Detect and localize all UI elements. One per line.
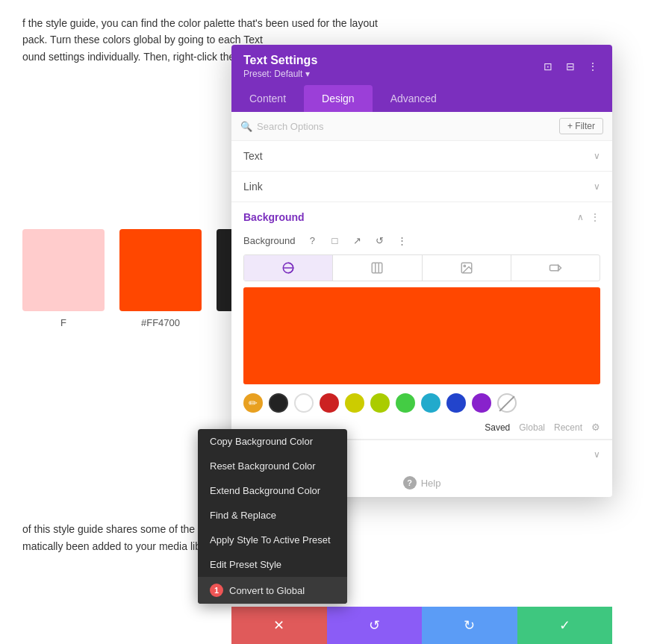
background-section-title: Background [243,211,305,223]
svg-point-5 [464,265,465,266]
link-section-title: Link [243,181,263,193]
svg-rect-6 [549,265,558,271]
context-menu-item-extend[interactable]: Extend Background Color [198,478,347,503]
text-section-header[interactable]: Text ∨ [231,141,612,171]
collapse-icon[interactable]: ∧ [577,212,584,222]
bg-type-color[interactable] [244,255,333,281]
saved-tab-recent[interactable]: Recent [554,422,582,433]
fullscreen-icon[interactable]: ⊡ [541,59,555,74]
swatch-color [119,229,202,311]
background-section-header[interactable]: Background ∧ ⋮ [231,202,612,232]
context-item-label: Extend Background Color [210,485,320,496]
tab-design[interactable]: Design [304,85,373,112]
cancel-button[interactable]: ✕ [231,607,327,644]
context-item-label: Apply Style To Active Preset [210,534,331,545]
context-menu-item-find[interactable]: Find & Replace [198,503,347,528]
bg-help-icon[interactable]: ? [304,232,320,248]
color-dot-red[interactable] [320,393,339,413]
bg-controls: Background ? □ ↗ ↺ ⋮ [231,232,612,254]
context-menu-item-convert[interactable]: 1 Convert to Global [198,577,347,604]
svg-marker-7 [558,265,561,271]
modal-header-actions: ⊡ ⊟ ⋮ [541,59,600,74]
extra-chevron-icon[interactable]: ∨ [594,449,600,460]
text-section: Text ∨ [231,141,612,172]
text-section-title: Text [243,150,263,162]
columns-icon[interactable]: ⊟ [563,59,578,74]
color-dot-white[interactable] [294,393,314,413]
link-section-header[interactable]: Link ∨ [231,172,612,201]
reset-button[interactable]: ↺ [327,607,423,644]
context-menu-item-apply[interactable]: Apply Style To Active Preset [198,528,347,552]
bg-copy-icon[interactable]: □ [326,232,343,248]
color-dots-row: ✏ [231,393,612,422]
color-dot-yellow[interactable] [345,393,364,413]
color-dot-black[interactable] [269,393,288,413]
tab-content[interactable]: Content [231,85,304,112]
context-menu-item-reset[interactable]: Reset Background Color [198,454,347,478]
eyedropper-tool[interactable]: ✏ [243,393,263,413]
context-item-label: Convert to Global [229,585,305,596]
modal-preset: Preset: Default ▾ [243,69,317,79]
swatch-color [22,229,105,311]
tab-advanced[interactable]: Advanced [373,85,455,112]
color-dot-lime[interactable] [370,393,390,413]
swatch-item: #FF4700 [119,229,202,328]
action-bar: ✕ ↺ ↻ ✓ [231,607,612,644]
context-item-label: Copy Background Color [210,436,313,447]
bg-label: Background [243,235,295,246]
color-dot-teal[interactable] [421,393,440,413]
color-dot-purple[interactable] [472,393,491,413]
saved-settings-icon[interactable]: ⚙ [591,422,600,433]
bg-type-image[interactable] [423,255,511,281]
context-item-label: Reset Background Color [210,460,316,472]
background-section: Background ∧ ⋮ Background ? □ ↗ ↺ ⋮ [231,202,612,440]
bg-type-tabs [243,254,600,281]
refresh-button[interactable]: ↻ [422,607,517,644]
modal-header-left: Text Settings Preset: Default ▾ [243,54,317,79]
search-placeholder: Search Options [257,121,324,132]
search-icon: 🔍 [240,121,252,132]
modal-header: Text Settings Preset: Default ▾ ⊡ ⊟ ⋮ [231,45,612,85]
swatch-label: F [60,317,66,328]
tab-bar: Content Design Advanced [231,85,612,112]
bg-type-video[interactable] [511,255,600,281]
background-header-actions: ∧ ⋮ [577,211,600,223]
color-dot-green[interactable] [396,393,415,413]
search-input-wrap: 🔍 Search Options [240,121,324,132]
link-section: Link ∨ [231,172,612,202]
svg-rect-1 [373,263,383,273]
context-item-label: Find & Replace [210,510,276,521]
swatch-item: F [22,229,105,328]
context-menu: Copy Background Color Reset Background C… [198,429,347,604]
confirm-button[interactable]: ✓ [517,607,613,644]
saved-tab-global[interactable]: Global [519,422,545,433]
badge-number: 1 [210,584,223,597]
bg-arrow-icon[interactable]: ↗ [349,232,365,248]
background-more-icon[interactable]: ⋮ [590,211,600,223]
color-dot-blue[interactable] [446,393,466,413]
modal-title: Text Settings [243,54,317,67]
link-chevron-icon: ∨ [594,181,600,192]
saved-tab-saved[interactable]: Saved [485,422,510,433]
search-bar: 🔍 Search Options + Filter [231,112,612,141]
bg-type-gradient[interactable] [333,255,422,281]
context-menu-item-copy[interactable]: Copy Background Color [198,429,347,454]
color-dot-none[interactable] [497,393,517,413]
filter-button[interactable]: + Filter [559,118,603,134]
swatch-label: #FF4700 [141,317,180,328]
more-icon[interactable]: ⋮ [585,59,600,74]
context-menu-item-edit[interactable]: Edit Preset Style [198,552,347,577]
context-item-label: Edit Preset Style [210,559,281,570]
text-chevron-icon: ∨ [594,151,600,161]
help-label[interactable]: Help [421,478,441,489]
bg-reset-icon[interactable]: ↺ [371,232,387,248]
help-icon: ? [403,476,417,490]
color-preview-box[interactable] [243,287,600,384]
bg-more-icon[interactable]: ⋮ [393,232,410,248]
